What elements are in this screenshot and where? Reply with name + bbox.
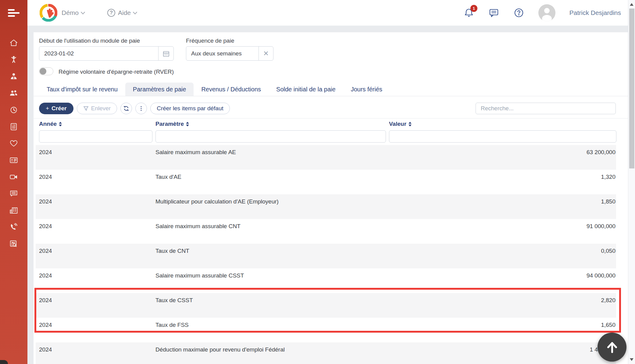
cell-annee: 2024 (39, 346, 52, 353)
sidebar-item-heart[interactable] (9, 139, 18, 148)
table-row[interactable]: 2024Salaire maximum assurable AE63 200,0… (36, 145, 616, 170)
clock-icon (9, 105, 18, 115)
scrollbar-thumb[interactable] (629, 9, 634, 168)
page-scrollbar (628, 0, 635, 364)
filter-annee-input[interactable] (39, 130, 152, 143)
notification-badge: 1 (470, 5, 477, 12)
sidebar-item-team[interactable] (9, 89, 18, 98)
person-arms-up-icon (9, 55, 18, 64)
cell-annee: 2024 (39, 272, 52, 279)
more-options-button[interactable] (135, 103, 147, 114)
notifications-button[interactable]: 1 (463, 7, 474, 18)
cell-valeur: 0,050 (601, 248, 615, 254)
pay-frequency-input[interactable] (186, 47, 259, 60)
cell-parametre: Salaire maximum assurable AE (155, 149, 236, 156)
tab-5[interactable]: Jours fériés (343, 83, 390, 96)
menu-toggle-icon[interactable] (8, 9, 21, 17)
sidebar-item-form[interactable] (9, 122, 18, 131)
table-row[interactable]: 2024Salaire maximum assurable CNT91 000,… (36, 219, 616, 244)
search-input[interactable] (476, 103, 616, 114)
table-row[interactable]: 2024Taux d'AE1,320 (36, 170, 616, 194)
messages-button[interactable] (488, 7, 499, 18)
rver-toggle[interactable] (39, 67, 53, 75)
tab-3[interactable]: Revenus / Déductions (194, 83, 269, 96)
scroll-to-top-button[interactable] (598, 333, 626, 362)
user-avatar[interactable] (538, 4, 555, 21)
app-logo-icon[interactable] (40, 4, 57, 22)
help-menu-label: Aide (118, 9, 131, 16)
sidebar-item-person-arms-up[interactable] (9, 55, 18, 64)
payroll-start-input[interactable] (39, 47, 158, 60)
help-menu[interactable]: ? Aide (107, 0, 137, 26)
sidebar-item-building[interactable] (9, 206, 18, 215)
tab-1[interactable]: Taux d'impôt sur le revenu (39, 83, 125, 96)
kebab-menu-icon (138, 105, 144, 111)
cell-annee: 2024 (39, 149, 52, 156)
help-circle-icon: ? (107, 9, 115, 17)
table-row[interactable]: 2024Taux de CSST2,820 (36, 293, 616, 318)
scrollbar-down-arrow[interactable] (630, 358, 633, 361)
column-header-parametre[interactable]: Paramètre (155, 121, 189, 127)
sidebar-item-video[interactable] (9, 172, 18, 182)
pay-frequency-field: ✕ (186, 46, 273, 61)
sidebar-item-clock[interactable] (9, 105, 18, 115)
filter-parametre-input[interactable] (155, 130, 386, 143)
clear-icon[interactable]: ✕ (259, 47, 273, 60)
heart-icon (9, 139, 18, 148)
sidebar-item-employee[interactable] (9, 72, 18, 81)
tab-2[interactable]: Paramètres de paie (125, 83, 194, 96)
rver-label: Régime volontaire d'épargne-retraite (RV… (59, 69, 174, 75)
corner-widget (0, 360, 8, 364)
top-header: Démo ? Aide 1 Patrick Desjardins (27, 0, 635, 26)
create-defaults-button[interactable]: Créer les items par défaut (150, 103, 230, 114)
sidebar-item-chat[interactable] (9, 189, 18, 198)
table-body: 2024Salaire maximum assurable AE63 200,0… (36, 145, 616, 364)
sidebar-item-home[interactable] (9, 38, 18, 48)
employee-icon (9, 72, 18, 81)
cell-valeur: 91 000,000 (587, 223, 615, 230)
sort-icon (59, 122, 62, 126)
chat-icon (9, 189, 18, 198)
main-panel: Début de l'utilisation du module de paie… (34, 32, 635, 364)
table-row[interactable]: 2024Taux de FSS1,650 (36, 318, 616, 342)
cell-parametre: Salaire maximum assurable CNT (155, 223, 241, 230)
column-header-valeur[interactable]: Valeur (389, 121, 412, 127)
cell-valeur: 2,820 (601, 297, 615, 304)
help-button[interactable] (513, 7, 524, 18)
filter-valeur-input[interactable] (389, 130, 616, 143)
tab-4[interactable]: Solde initial de la paie (269, 83, 343, 96)
cell-annee: 2024 (39, 198, 52, 205)
org-menu[interactable]: Démo (62, 0, 84, 26)
refresh-icon (123, 105, 129, 111)
table-row[interactable]: 2024Salaire maximum assurable CSST94 000… (36, 268, 616, 293)
cell-parametre: Taux d'AE (155, 174, 181, 180)
cell-valeur: 1,850 (601, 198, 615, 205)
question-circle-icon (513, 7, 524, 18)
cell-parametre: Taux de CSST (155, 297, 193, 304)
team-icon (9, 89, 18, 98)
table-row[interactable]: 2024Taux de CNT0,050 (36, 244, 616, 268)
building-icon (9, 206, 18, 215)
tab-bar: Taux d'impôt sur le revenuParamètres de … (39, 83, 635, 96)
refresh-button[interactable] (120, 103, 132, 114)
sidebar-nav (0, 38, 27, 256)
payroll-start-label: Début de l'utilisation du module de paie (39, 37, 140, 44)
sort-icon (186, 122, 189, 126)
cell-annee: 2024 (39, 248, 52, 254)
sidebar-item-id-card[interactable] (9, 156, 18, 165)
id-card-icon (9, 156, 18, 165)
table-row[interactable]: 2024Déduction maximale pour revenu d'emp… (36, 342, 616, 364)
scrollbar-up-arrow[interactable] (630, 3, 633, 6)
chat-icon (488, 7, 499, 18)
table-row[interactable]: 2024Multiplicateur pour calculation d'AE… (36, 194, 616, 219)
column-header-annee[interactable]: Année (39, 121, 62, 127)
sidebar-item-report[interactable] (9, 239, 18, 249)
calendar-icon[interactable] (158, 47, 173, 60)
cell-valeur: 94 000,000 (587, 272, 615, 279)
payroll-start-field (39, 46, 174, 61)
create-button[interactable]: + Créer (39, 103, 73, 114)
user-name[interactable]: Patrick Desjardins (569, 9, 621, 16)
remove-button[interactable]: Enlever (77, 103, 117, 114)
cell-parametre: Multiplicateur pour calculation d'AE (Em… (155, 198, 279, 205)
sidebar-item-phone[interactable] (9, 223, 18, 232)
